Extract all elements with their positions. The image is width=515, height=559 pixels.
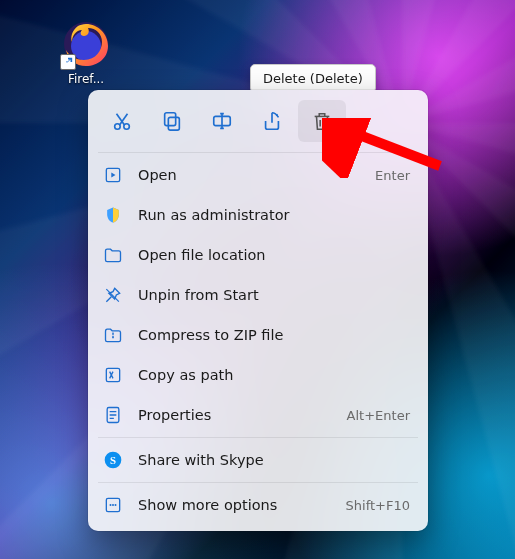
menu-accelerator: Shift+F10 — [346, 498, 410, 513]
delete-icon — [311, 110, 333, 132]
svg-point-2 — [115, 124, 121, 130]
menu-item-open[interactable]: Open Enter — [94, 155, 422, 195]
svg-point-13 — [110, 504, 112, 506]
folder-icon — [102, 244, 124, 266]
menu-label: Compress to ZIP file — [138, 327, 410, 343]
share-icon — [261, 110, 283, 132]
svg-point-14 — [112, 504, 114, 506]
rename-icon — [211, 110, 233, 132]
menu-item-properties[interactable]: Properties Alt+Enter — [94, 395, 422, 435]
svg-point-3 — [124, 124, 129, 130]
context-menu: Open Enter Run as administrator Open fil… — [88, 90, 428, 531]
svg-rect-8 — [106, 368, 119, 381]
desktop-icon-label: Firef... — [54, 72, 118, 86]
tooltip-delete: Delete (Delete) — [250, 64, 376, 93]
zip-icon — [102, 324, 124, 346]
share-button[interactable] — [248, 100, 296, 142]
menu-item-copy-path[interactable]: Copy as path — [94, 355, 422, 395]
skype-icon: S — [102, 449, 124, 471]
menu-label: Copy as path — [138, 367, 410, 383]
menu-accelerator: Enter — [375, 168, 410, 183]
unpin-icon — [102, 284, 124, 306]
shortcut-overlay-icon — [60, 54, 76, 70]
copy-icon — [161, 110, 183, 132]
delete-button[interactable] — [298, 100, 346, 142]
menu-item-unpin[interactable]: Unpin from Start — [94, 275, 422, 315]
menu-item-open-location[interactable]: Open file location — [94, 235, 422, 275]
menu-item-compress[interactable]: Compress to ZIP file — [94, 315, 422, 355]
menu-label: Open — [138, 167, 375, 183]
menu-divider — [98, 482, 418, 483]
menu-label: Show more options — [138, 497, 346, 513]
rename-button[interactable] — [198, 100, 246, 142]
shield-admin-icon — [102, 204, 124, 226]
more-options-icon — [102, 494, 124, 516]
menu-label: Unpin from Start — [138, 287, 410, 303]
quick-action-row — [94, 96, 422, 150]
menu-label: Open file location — [138, 247, 410, 263]
menu-item-more-options[interactable]: Show more options Shift+F10 — [94, 485, 422, 525]
menu-label: Properties — [138, 407, 347, 423]
open-icon — [102, 164, 124, 186]
cut-icon — [111, 110, 133, 132]
svg-text:S: S — [110, 454, 116, 466]
firefox-icon — [62, 20, 110, 68]
menu-divider — [98, 437, 418, 438]
svg-rect-4 — [168, 117, 179, 130]
menu-label: Run as administrator — [138, 207, 410, 223]
copy-path-icon — [102, 364, 124, 386]
cut-button[interactable] — [98, 100, 146, 142]
copy-button[interactable] — [148, 100, 196, 142]
menu-item-share-skype[interactable]: S Share with Skype — [94, 440, 422, 480]
menu-accelerator: Alt+Enter — [347, 408, 410, 423]
menu-item-run-admin[interactable]: Run as administrator — [94, 195, 422, 235]
svg-point-15 — [115, 504, 117, 506]
svg-rect-5 — [165, 113, 176, 126]
menu-label: Share with Skype — [138, 452, 410, 468]
desktop-icon-firefox[interactable]: Firef... — [54, 20, 118, 86]
properties-icon — [102, 404, 124, 426]
menu-divider — [98, 152, 418, 153]
